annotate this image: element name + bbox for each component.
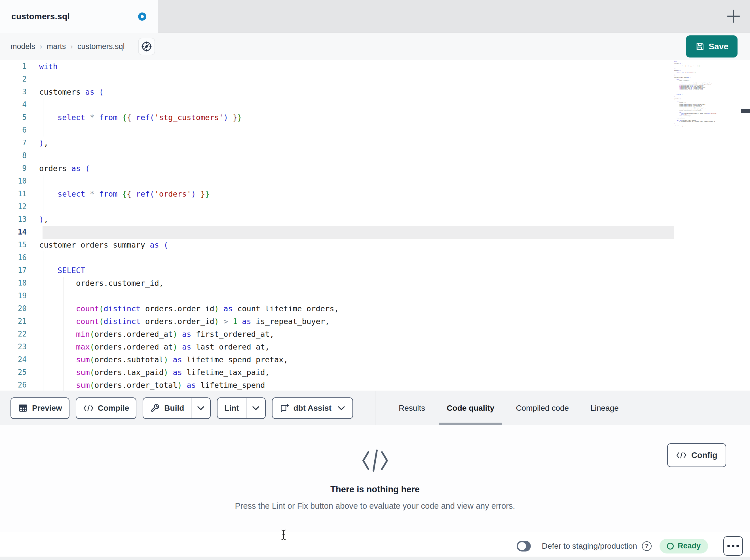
- save-label: Save: [709, 42, 728, 51]
- code-line[interactable]: 9orders as (: [0, 162, 750, 175]
- line-number: 1: [0, 60, 27, 73]
- empty-state: There is nothing here Press the Lint or …: [0, 425, 750, 511]
- tab-lineage[interactable]: Lineage: [579, 391, 630, 425]
- compile-label: Compile: [98, 403, 129, 413]
- line-number: 7: [0, 137, 27, 149]
- code-line[interactable]: 3customers as (: [0, 86, 750, 98]
- compile-button[interactable]: Compile: [76, 397, 136, 419]
- build-button[interactable]: Build: [143, 397, 211, 419]
- code-line[interactable]: 22 min(orders.ordered_at) as first_order…: [0, 328, 750, 340]
- tab-title: customers.sql: [11, 12, 70, 21]
- code-text: ),: [39, 137, 48, 149]
- help-icon[interactable]: ?: [642, 541, 652, 551]
- code-text: count(distinct orders.order_id) > 1 as i…: [39, 315, 330, 328]
- code-line[interactable]: 15customer_orders_summary as (: [0, 238, 750, 251]
- tab-results[interactable]: Results: [388, 391, 436, 425]
- line-number: 26: [0, 379, 27, 391]
- code-text: sum(orders.tax_paid) as lifetime_tax_pai…: [39, 366, 270, 379]
- breadcrumb: models›marts›customers.sql: [11, 33, 124, 60]
- lint-label: Lint: [224, 403, 239, 413]
- code-text: with: [39, 60, 58, 73]
- line-number: 5: [0, 111, 27, 124]
- code-line[interactable]: 17 SELECT: [0, 264, 750, 277]
- code-line[interactable]: 23 max(orders.ordered_at) as last_ordere…: [0, 340, 750, 353]
- table-icon: [18, 403, 28, 413]
- code-line[interactable]: 19: [0, 290, 750, 302]
- line-number: 2: [0, 73, 27, 86]
- config-label: Config: [691, 451, 717, 460]
- code-brackets-icon: [0, 448, 750, 473]
- line-number: 22: [0, 328, 27, 340]
- status-badge: Ready: [659, 539, 708, 554]
- lint-button[interactable]: Lint: [217, 397, 265, 419]
- chevron-down-icon[interactable]: [337, 405, 346, 411]
- code-line[interactable]: 8: [0, 149, 750, 162]
- line-number: 17: [0, 264, 27, 277]
- line-number: 8: [0, 149, 27, 162]
- breadcrumb-item-models[interactable]: models: [11, 42, 35, 51]
- more-options-button[interactable]: [723, 536, 743, 556]
- line-number: 6: [0, 124, 27, 137]
- status-bar: Defer to staging/production ? Ready: [0, 532, 750, 560]
- code-line[interactable]: 1with: [0, 60, 750, 73]
- code-line[interactable]: 6: [0, 124, 750, 137]
- code-line[interactable]: 21 count(distinct orders.order_id) > 1 a…: [0, 315, 750, 328]
- new-tab-button[interactable]: [724, 6, 744, 26]
- line-number: 9: [0, 162, 27, 175]
- code-line[interactable]: 18 orders.customer_id,: [0, 277, 750, 290]
- tab-bar: customers.sql: [0, 0, 750, 33]
- line-number: 13: [0, 213, 27, 226]
- config-button[interactable]: Config: [667, 443, 726, 467]
- defer-toggle[interactable]: [517, 541, 531, 552]
- code-editor[interactable]: 1with23customers as (45 select * from {{…: [0, 60, 750, 391]
- code-text: select * from {{ ref('orders') }}: [39, 188, 210, 200]
- chevron-down-icon[interactable]: [191, 398, 210, 418]
- breadcrumb-bar: models›marts›customers.sql Save: [0, 33, 750, 60]
- line-number: 18: [0, 277, 27, 290]
- ready-label: Ready: [678, 542, 700, 551]
- scrollbar-thumb[interactable]: [741, 109, 750, 113]
- line-number: 15: [0, 238, 27, 251]
- line-number: 4: [0, 98, 27, 111]
- code-line[interactable]: 12: [0, 200, 750, 213]
- preview-label: Preview: [32, 403, 62, 413]
- line-number: 20: [0, 302, 27, 315]
- code-line[interactable]: 16: [0, 251, 750, 264]
- code-text: customers as (: [39, 86, 104, 98]
- breadcrumb-item-marts[interactable]: marts: [47, 42, 66, 51]
- save-icon: [695, 42, 705, 51]
- scrollbar-track: [740, 60, 741, 391]
- code-line[interactable]: 25 sum(orders.tax_paid) as lifetime_tax_…: [0, 366, 750, 379]
- code-line[interactable]: 13),: [0, 213, 750, 226]
- code-quality-panel: There is nothing here Press the Lint or …: [0, 425, 750, 532]
- code-line[interactable]: 7),: [0, 137, 750, 149]
- breadcrumb-item-customers-sql[interactable]: customers.sql: [77, 42, 125, 51]
- navigate-file-button[interactable]: [138, 38, 155, 55]
- code-line[interactable]: 4: [0, 98, 750, 111]
- code-text: orders.customer_id,: [39, 277, 164, 290]
- tab-customers-sql[interactable]: customers.sql: [0, 0, 158, 33]
- line-number: 12: [0, 200, 27, 213]
- tab-compiled-code[interactable]: Compiled code: [505, 391, 579, 425]
- chevron-down-icon[interactable]: [246, 398, 265, 418]
- code-line[interactable]: 24 sum(orders.subtotal) as lifetime_spen…: [0, 353, 750, 366]
- results-tab-bar: ResultsCode qualityCompiled codeLineage: [388, 391, 630, 425]
- code-text: min(orders.ordered_at) as first_ordered_…: [39, 328, 274, 340]
- empty-state-title: There is nothing here: [0, 484, 750, 495]
- line-number: 23: [0, 340, 27, 353]
- tab-code-quality[interactable]: Code quality: [436, 391, 505, 425]
- dbt-assist-label: dbt Assist: [294, 403, 332, 413]
- code-line[interactable]: 26 sum(orders.order_total) as lifetime_s…: [0, 379, 750, 391]
- code-line[interactable]: 20 count(distinct orders.order_id) as co…: [0, 302, 750, 315]
- save-button[interactable]: Save: [686, 36, 737, 58]
- dbt-assist-button[interactable]: dbt Assist: [272, 397, 353, 419]
- code-line[interactable]: 11 select * from {{ ref('orders') }}: [0, 188, 750, 200]
- code-line[interactable]: 5 select * from {{ ref('stg_customers') …: [0, 111, 750, 124]
- wrench-icon: [150, 403, 160, 413]
- breadcrumb-separator: ›: [70, 42, 73, 51]
- minimap[interactable]: with customers as ( select * from {{ ref…: [674, 61, 738, 127]
- code-line[interactable]: 10: [0, 175, 750, 188]
- code-line[interactable]: 14: [0, 226, 750, 238]
- code-line[interactable]: 2: [0, 73, 750, 86]
- preview-button[interactable]: Preview: [11, 397, 70, 419]
